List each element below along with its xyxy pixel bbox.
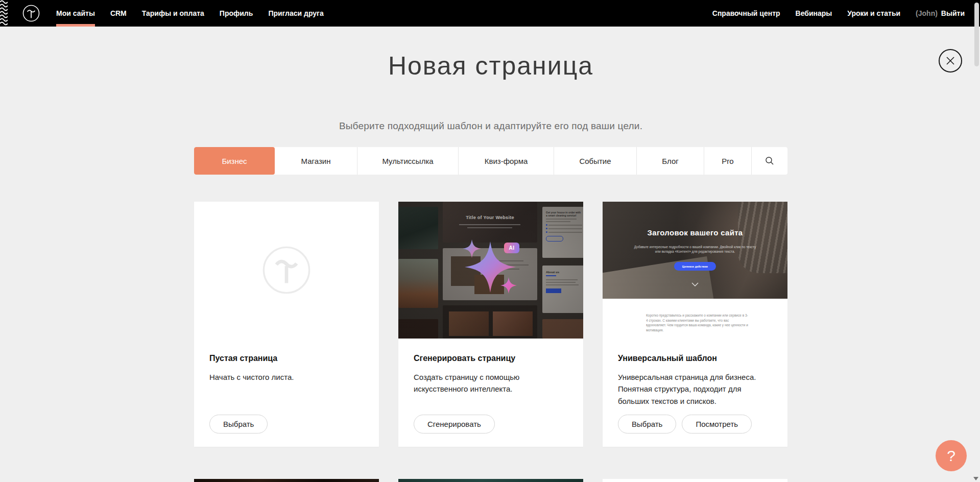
preview-body-text: Коротко представьтесь и расскажите о ком… (646, 313, 748, 335)
template-cards-row: Пустая страница Начать с чистого листа. … (194, 202, 787, 447)
new-page-modal: Мои сайты CRM Тарифы и оплата Профиль Пр… (0, 0, 980, 482)
tab-pro[interactable]: Pro (704, 147, 752, 175)
nav-item-profile[interactable]: Профиль (220, 0, 253, 27)
template-cards-row-2 (194, 479, 787, 482)
template-category-tabs: Бизнес Магазин Мультиссылка Квиз-форма С… (194, 147, 787, 175)
tab-event[interactable]: Событие (554, 147, 637, 175)
choose-button[interactable]: Выбрать (209, 415, 268, 433)
template-card-partial[interactable] (194, 479, 379, 482)
card-description: Начать с чистого листа. (209, 371, 364, 383)
nav-item-invite-friend[interactable]: Пригласи друга (268, 0, 323, 27)
user-name: (John) (916, 9, 938, 17)
nav-item-my-sites[interactable]: Мои сайты (56, 0, 95, 27)
card-blank-page: Пустая страница Начать с чистого листа. … (194, 202, 379, 447)
navbar-left-menu: Мои сайты CRM Тарифы и оплата Профиль Пр… (56, 0, 324, 27)
preview-hero-section: Заголовок вашего сайта Добавьте интересн… (603, 202, 787, 299)
tab-store[interactable]: Магазин (275, 147, 357, 175)
tab-business[interactable]: Бизнес (194, 147, 275, 175)
scrollbar-down-arrow[interactable] (973, 477, 978, 480)
tab-quiz-form[interactable]: Квиз-форма (459, 147, 554, 175)
nav-item-logout[interactable]: (John) Выйти (916, 0, 965, 27)
chevron-down-icon (691, 282, 699, 286)
template-card-partial[interactable] (398, 479, 583, 482)
card-description: Универсальная страница для бизнеса. Поня… (618, 371, 772, 407)
search-icon (765, 156, 774, 165)
nav-item-crm[interactable]: CRM (110, 0, 127, 27)
card-body: Сгенерировать страницу Создать страницу … (398, 339, 583, 447)
zigzag-pattern (0, 0, 8, 27)
view-button[interactable]: Посмотреть (682, 415, 752, 433)
preview-hero-subtitle: Добавьте интересные подробности о вашей … (631, 245, 759, 254)
top-navbar: Мои сайты CRM Тарифы и оплата Профиль Пр… (0, 0, 980, 27)
card-universal-template: Заголовок вашего сайта Добавьте интересн… (603, 202, 787, 447)
card-description: Создать страницу с помощью искусственног… (414, 371, 568, 395)
ai-generate-preview[interactable]: Title of Your Website Get your house in … (398, 202, 583, 339)
card-title: Универсальный шаблон (618, 354, 772, 363)
tilda-logo[interactable] (22, 5, 40, 22)
ai-badge: AI (504, 243, 519, 253)
universal-template-preview[interactable]: Заголовок вашего сайта Добавьте интересн… (603, 202, 787, 339)
ai-sparkle-tiny-icon (500, 277, 517, 294)
blank-page-preview[interactable] (194, 202, 379, 339)
scrollbar-thumb[interactable] (974, 3, 979, 66)
card-ai-generate: Title of Your Website Get your house in … (398, 202, 583, 447)
nav-item-tariffs[interactable]: Тарифы и оплата (142, 0, 204, 27)
page-title: Новая страница (194, 51, 787, 81)
card-body: Универсальный шаблон Универсальная стран… (603, 339, 787, 447)
generate-button[interactable]: Сгенерировать (414, 415, 495, 433)
tab-blog[interactable]: Блог (637, 147, 704, 175)
tilda-watermark-icon (262, 246, 311, 295)
preview-hero-title: Заголовок вашего сайта (603, 228, 787, 237)
page-subtitle: Выберите подходящий шаблон и адаптируйте… (169, 120, 813, 132)
close-icon (945, 56, 955, 66)
preview-cta-button: Целевое действие (674, 262, 716, 271)
template-card-partial[interactable] (603, 479, 787, 482)
navbar-right-menu: Справочный центр Вебинары Уроки и статьи… (712, 0, 965, 27)
preview-text-section: Коротко представьтесь и расскажите о ком… (603, 299, 787, 339)
help-chat-button[interactable]: ? (936, 440, 967, 471)
tab-multilink[interactable]: Мультиссылка (357, 147, 459, 175)
nav-item-webinars[interactable]: Вебинары (796, 0, 832, 27)
choose-button[interactable]: Выбрать (618, 415, 676, 433)
nav-item-lessons[interactable]: Уроки и статьи (847, 0, 900, 27)
logout-label: Выйти (941, 9, 965, 17)
tab-search[interactable] (752, 147, 787, 175)
card-title: Сгенерировать страницу (414, 354, 568, 363)
card-body: Пустая страница Начать с чистого листа. … (194, 339, 379, 447)
hero-person-shape (738, 202, 787, 273)
nav-item-help-center[interactable]: Справочный центр (712, 0, 780, 27)
card-title: Пустая страница (209, 354, 364, 363)
close-button[interactable] (939, 49, 962, 73)
